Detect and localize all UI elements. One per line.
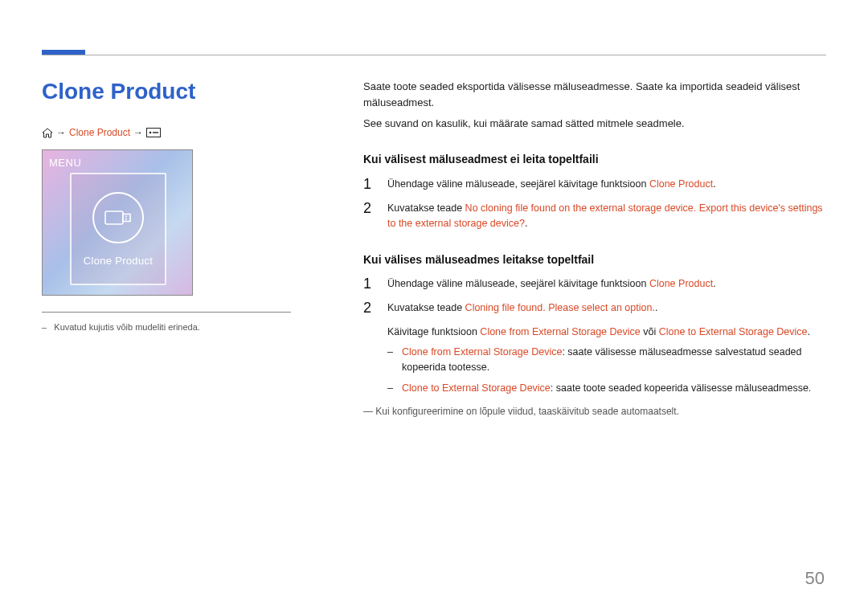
keyword: Clone from External Storage Device — [402, 346, 562, 358]
left-column: Clone Product → Clone Product → MENU Clo… — [42, 79, 283, 332]
step-number: 1 — [363, 177, 375, 193]
sub-bullet-1: – Clone from External Storage Device: sa… — [387, 345, 826, 376]
image-note-dash: – — [42, 322, 47, 332]
section1-heading: Kui välisest mäluseadmest ei leita topel… — [363, 151, 826, 169]
menu-card: Clone Product — [70, 173, 166, 285]
sec1-step1: 1 Ühendage väline mäluseade, seejärel kä… — [363, 177, 826, 193]
menu-label: MENU — [49, 157, 81, 169]
text: . — [808, 326, 810, 337]
step-body: Kuvatakse teade Cloning file found. Plea… — [387, 300, 826, 396]
step-number: 2 — [363, 201, 375, 217]
breadcrumb-arrow: → — [56, 127, 66, 138]
usb-icon — [104, 209, 132, 227]
header-divider — [42, 55, 826, 55]
breadcrumb-arrow: → — [133, 127, 143, 138]
keyword: Clone from External Storage Device — [480, 326, 640, 337]
sec1-step2: 2 Kuvatakse teade No cloning file found … — [363, 201, 826, 232]
page-number: 50 — [805, 568, 825, 589]
sec2-step1: 1 Ühendage väline mäluseade, seejärel kä… — [363, 276, 826, 292]
breadcrumb: → Clone Product → — [42, 127, 283, 138]
card-circle — [92, 192, 144, 243]
footnote-dash: ― — [363, 406, 373, 417]
image-note-text: Kuvatud kujutis võib mudeliti erineda. — [54, 322, 200, 332]
keyword: Clone Product — [649, 278, 713, 289]
text: Kuvatakse teade — [387, 302, 465, 313]
svg-rect-3 — [105, 211, 123, 224]
right-column: Saate toote seaded eksportida välisesse … — [363, 79, 826, 419]
section2-heading: Kui välises mäluseadmes leitakse topeltf… — [363, 251, 826, 269]
svg-rect-5 — [125, 215, 127, 217]
intro-p2: See suvand on kasulik, kui määrate samad… — [363, 116, 826, 132]
breadcrumb-item: Clone Product — [69, 127, 130, 138]
step-body: Ühendage väline mäluseade, seejärel käiv… — [387, 177, 826, 192]
intro-p1: Saate toote seaded eksportida välisesse … — [363, 79, 826, 111]
sec2-step2: 2 Kuvatakse teade Cloning file found. Pl… — [363, 300, 826, 396]
header-accent — [42, 50, 85, 55]
step-number: 2 — [363, 300, 375, 317]
image-note: – Kuvatud kujutis võib mudeliti erineda. — [42, 322, 283, 332]
text: Ühendage väline mäluseade, seejärel käiv… — [387, 178, 649, 190]
card-caption: Clone Product — [84, 255, 153, 267]
keyword: Clone Product — [649, 178, 713, 190]
text: . — [655, 302, 657, 313]
sub-bullet-2: – Clone to External Storage Device: saat… — [387, 381, 826, 396]
text: : saate toote seaded kopeerida välisesse… — [551, 382, 812, 394]
bullet-dash: – — [387, 381, 394, 396]
text: . — [713, 278, 715, 289]
svg-rect-6 — [125, 218, 127, 219]
svg-rect-4 — [123, 214, 130, 221]
text: . — [525, 218, 527, 229]
enter-icon — [146, 128, 161, 137]
step-number: 1 — [363, 276, 375, 292]
bullet-dash: – — [387, 345, 394, 376]
footnote: ― Kui konfigureerimine on lõpule viidud,… — [363, 404, 826, 419]
text: või — [641, 326, 659, 337]
svg-point-1 — [149, 132, 152, 134]
text: Ühendage väline mäluseade, seejärel käiv… — [387, 278, 649, 289]
keyword: Clone to External Storage Device — [659, 326, 808, 337]
text: Kuvatakse teade — [387, 202, 465, 214]
step-body: Ühendage väline mäluseade, seejärel käiv… — [387, 276, 826, 292]
page-title: Clone Product — [42, 79, 283, 104]
message: Cloning file found. Please select an opt… — [465, 302, 655, 313]
svg-rect-2 — [153, 132, 158, 133]
screenshot-preview: MENU Clone Product — [42, 149, 193, 296]
keyword: Clone to External Storage Device — [402, 382, 551, 394]
home-icon — [42, 128, 53, 138]
footnote-text: Kui konfigureerimine on lõpule viidud, t… — [375, 406, 679, 417]
left-divider — [42, 312, 291, 313]
step-body: Kuvatakse teade No cloning file found on… — [387, 201, 826, 232]
text: . — [713, 178, 715, 190]
text: Käivitage funktsioon — [387, 326, 480, 337]
